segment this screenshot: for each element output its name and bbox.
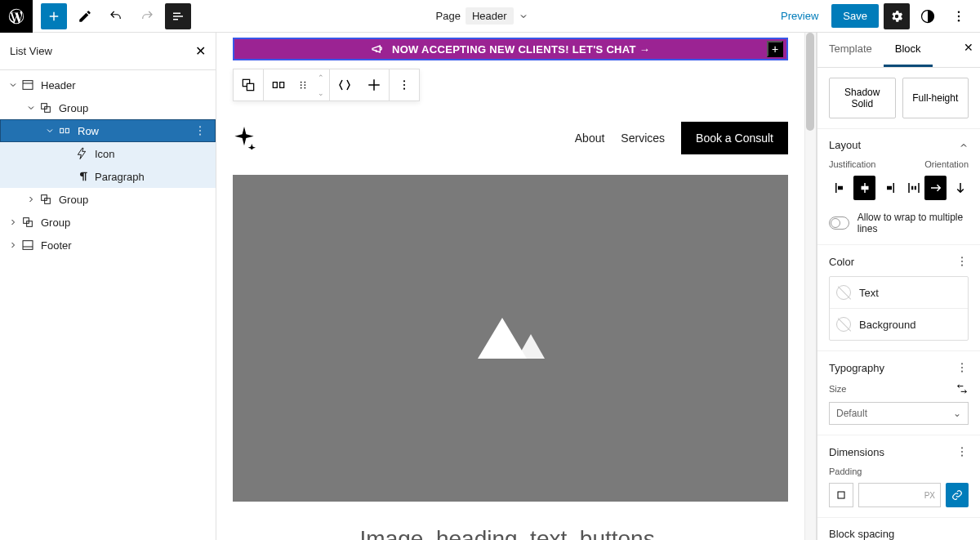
typography-options-icon[interactable] bbox=[956, 361, 969, 374]
redo-button[interactable] bbox=[134, 3, 160, 29]
listview-item-group[interactable]: Group bbox=[0, 188, 216, 211]
blockspacing-label: Block spacing bbox=[829, 528, 969, 540]
styles-button[interactable] bbox=[915, 3, 941, 29]
listview-item-icon[interactable]: Icon bbox=[0, 142, 216, 165]
svg-point-29 bbox=[403, 88, 405, 90]
nav-about[interactable]: About bbox=[575, 132, 605, 145]
listview-close-button[interactable]: ✕ bbox=[195, 43, 206, 59]
justify-center-button[interactable] bbox=[853, 176, 875, 200]
svg-point-28 bbox=[403, 84, 405, 86]
chevron-down-icon bbox=[519, 11, 528, 21]
document-title[interactable]: Page Header bbox=[191, 7, 773, 25]
move-up-button[interactable]: ⌃ bbox=[313, 69, 329, 85]
listview-item-group[interactable]: Group bbox=[0, 211, 216, 234]
svg-rect-37 bbox=[918, 183, 920, 193]
drag-handle[interactable] bbox=[293, 69, 313, 100]
wrap-label: Allow to wrap to multiple lines bbox=[858, 212, 969, 234]
orientation-vertical-button[interactable] bbox=[949, 176, 971, 200]
block-type-button[interactable] bbox=[234, 69, 263, 100]
listview-item-group[interactable]: Group bbox=[0, 96, 216, 119]
color-section-title: Color bbox=[829, 256, 854, 268]
tab-template[interactable]: Template bbox=[817, 33, 884, 67]
chevron-down-icon: ⌄ bbox=[953, 408, 961, 419]
padding-link-button[interactable] bbox=[946, 483, 969, 507]
svg-rect-34 bbox=[893, 183, 894, 193]
svg-point-27 bbox=[403, 80, 405, 82]
listview-item-paragraph[interactable]: Paragraph bbox=[0, 165, 216, 188]
justify-button[interactable] bbox=[330, 69, 359, 100]
site-logo-icon bbox=[233, 127, 256, 150]
size-label: Size bbox=[829, 384, 846, 394]
svg-point-21 bbox=[301, 82, 302, 83]
svg-point-40 bbox=[961, 257, 963, 258]
color-text-button[interactable]: Text bbox=[830, 277, 968, 309]
svg-point-44 bbox=[961, 367, 963, 368]
hero-caption: Image, heading, text, buttons, bbox=[233, 526, 788, 540]
svg-point-41 bbox=[961, 261, 963, 262]
wrap-toggle[interactable] bbox=[829, 216, 849, 230]
padding-sides-button[interactable] bbox=[829, 483, 853, 507]
preview-button[interactable]: Preview bbox=[773, 5, 826, 27]
tab-block[interactable]: Block bbox=[884, 33, 933, 67]
justify-right-button[interactable] bbox=[878, 176, 900, 200]
block-toolbar: ⌃⌄ bbox=[233, 69, 420, 101]
mountain-icon bbox=[470, 310, 551, 367]
svg-point-10 bbox=[199, 130, 201, 132]
justify-space-button[interactable] bbox=[902, 176, 924, 200]
svg-rect-6 bbox=[45, 107, 51, 113]
save-button[interactable]: Save bbox=[831, 4, 879, 28]
add-block-button[interactable] bbox=[41, 3, 67, 29]
svg-rect-16 bbox=[23, 241, 33, 250]
orientation-label: Orientation bbox=[924, 159, 969, 169]
padding-input[interactable]: PX bbox=[858, 483, 941, 507]
site-nav: About Services Book a Consult bbox=[233, 109, 788, 167]
align-button[interactable] bbox=[359, 69, 389, 100]
svg-rect-7 bbox=[60, 128, 64, 132]
more-options-button[interactable] bbox=[946, 3, 972, 29]
promo-banner[interactable]: NOW ACCEPTING NEW CLIENTS! LET'S CHAT → bbox=[233, 38, 788, 60]
font-size-select[interactable]: Default⌄ bbox=[829, 402, 969, 425]
move-down-button[interactable]: ⌄ bbox=[313, 85, 329, 100]
svg-point-26 bbox=[304, 87, 305, 89]
hero-image-placeholder[interactable] bbox=[233, 175, 788, 502]
empty-swatch-icon bbox=[836, 317, 851, 332]
size-custom-icon[interactable] bbox=[956, 382, 969, 395]
color-options-icon[interactable] bbox=[956, 255, 969, 268]
dimensions-section-title: Dimensions bbox=[829, 446, 884, 458]
listview-item-row[interactable]: Row bbox=[0, 119, 216, 142]
undo-button[interactable] bbox=[103, 3, 129, 29]
chevron-up-icon[interactable] bbox=[959, 141, 969, 150]
svg-point-47 bbox=[961, 451, 963, 453]
justify-left-button[interactable] bbox=[829, 176, 851, 200]
listview-toggle-button[interactable] bbox=[165, 3, 191, 29]
layout-section-title: Layout bbox=[829, 139, 861, 151]
nav-cta-button[interactable]: Book a Consult bbox=[681, 122, 788, 154]
promo-text: NOW ACCEPTING NEW CLIENTS! LET'S CHAT → bbox=[392, 43, 650, 56]
template-name: Header bbox=[466, 7, 514, 25]
dimensions-options-icon[interactable] bbox=[956, 445, 969, 458]
orientation-horizontal-button[interactable] bbox=[924, 176, 947, 200]
settings-sidebar: Template Block ✕ Shadow Solid Full-heigh… bbox=[817, 33, 980, 540]
svg-point-42 bbox=[961, 265, 963, 266]
sidebar-close-button[interactable]: ✕ bbox=[964, 41, 973, 54]
svg-rect-14 bbox=[24, 218, 29, 224]
settings-button[interactable] bbox=[884, 3, 910, 29]
listview-item-header[interactable]: Header bbox=[0, 74, 216, 96]
justification-label: Justification bbox=[829, 159, 875, 169]
style-fullheight-button[interactable]: Full-height bbox=[902, 78, 969, 118]
editor-canvas[interactable]: NOW ACCEPTING NEW CLIENTS! LET'S CHAT → … bbox=[216, 33, 817, 540]
svg-point-22 bbox=[304, 82, 305, 83]
canvas-scrollbar[interactable] bbox=[804, 33, 816, 540]
nav-services[interactable]: Services bbox=[621, 132, 665, 145]
edit-mode-button[interactable] bbox=[72, 3, 98, 29]
insert-block-button[interactable]: + bbox=[767, 41, 783, 57]
style-shadow-button[interactable]: Shadow Solid bbox=[829, 78, 896, 118]
block-options-button[interactable] bbox=[390, 69, 419, 100]
svg-rect-38 bbox=[911, 186, 913, 190]
color-background-button[interactable]: Background bbox=[830, 309, 968, 340]
svg-point-46 bbox=[961, 447, 963, 449]
wordpress-logo[interactable] bbox=[0, 0, 33, 33]
svg-rect-35 bbox=[887, 186, 892, 190]
listview-item-footer[interactable]: Footer bbox=[0, 234, 216, 257]
row-icon-button[interactable] bbox=[264, 69, 293, 100]
